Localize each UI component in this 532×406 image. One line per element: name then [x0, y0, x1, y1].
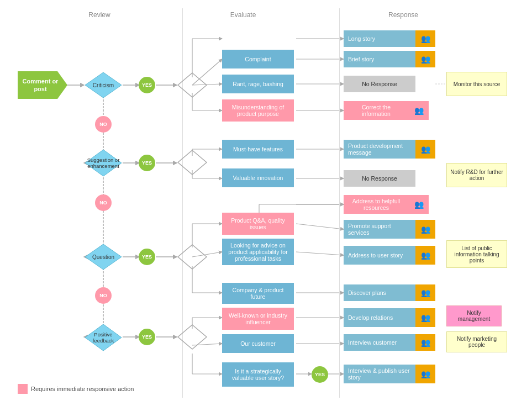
product-dev-box: Product development message [344, 140, 415, 159]
product-dev-icons: 👥 [415, 140, 435, 159]
legend-text: Requires immediate responsive action [31, 386, 134, 392]
col-evaluate: Evaluate [215, 11, 271, 19]
develop-relations-box: Develop relations [344, 308, 415, 327]
valuable-box: Valuable innovation [222, 168, 294, 187]
promote-support-icons: 👥 [415, 220, 435, 239]
no-response2-box: No Response [344, 170, 415, 187]
company-future-box: Company & product future [222, 283, 294, 304]
interview-publish-icons: 👥 [415, 365, 435, 383]
svg-line-42 [296, 224, 344, 229]
suggestion-eval-diamond [177, 149, 208, 176]
question-diamond: Question [84, 243, 123, 271]
must-have-box: Must-have features [222, 140, 294, 159]
strategically-box: Is it a strategically valuable user stor… [222, 362, 294, 387]
svg-marker-54 [178, 150, 207, 175]
correct-info-icons: 👥 [409, 101, 429, 120]
well-known-box: Well-known or industry influencer [222, 308, 294, 330]
misunderstanding-box: Misunderstanding of product purpose [222, 99, 294, 122]
long-story-icons: 👥 [415, 30, 435, 47]
correct-info-box: Correct the information [344, 101, 409, 120]
svg-marker-56 [178, 245, 207, 269]
long-story-box: Long story [344, 30, 415, 47]
rant-box: Rant, rage, bashing [222, 75, 294, 93]
our-customer-box: Our customer [222, 334, 294, 353]
notify-marketing-note: Notify marketing people [446, 331, 507, 352]
brief-story-box: Brief story [344, 51, 415, 67]
complaint-box: Complaint [222, 50, 294, 68]
question-no: NO [95, 287, 112, 304]
discover-plans-icons: 👥 [415, 284, 435, 301]
discover-plans-box: Discover plans [344, 284, 415, 301]
no-response1-box: No Response [344, 76, 415, 92]
promote-support-box: Promote support services [344, 220, 415, 239]
positive-diamond: Positive feedback [84, 323, 123, 352]
svg-marker-52 [178, 73, 207, 97]
strategically-yes: YES [312, 366, 328, 383]
address-user-icons: 👥 [415, 246, 435, 265]
svg-line-43 [296, 252, 344, 255]
criticism-diamond: Criticism [84, 71, 123, 99]
col-review: Review [72, 11, 127, 19]
criticism-yes: YES [139, 77, 155, 93]
question-eval-diamond [177, 244, 208, 270]
question-yes: YES [139, 249, 155, 265]
product-qa-box: Product Q&A, quality issues [222, 213, 294, 235]
develop-relations-icons: 👥 [415, 308, 435, 327]
start-node: Comment or post [18, 71, 67, 99]
address-helpful-box: Address to helpfull resources [344, 195, 409, 214]
positive-eval-diamond [177, 324, 208, 350]
suggestion-diamond: Suggestion or enhancement [84, 149, 123, 177]
address-helpful-icons: 👥 [409, 195, 429, 214]
notify-mgmt-note: Notify management [446, 305, 502, 326]
criticism-eval-diamond [177, 72, 208, 98]
legend-color-box [18, 384, 28, 394]
list-public-note: List of public information talking point… [446, 240, 507, 268]
col-response: Response [376, 11, 431, 19]
suggestion-yes: YES [139, 155, 155, 171]
svg-marker-58 [178, 325, 207, 349]
brief-story-icons: 👥 [415, 51, 435, 67]
suggestion-no: NO [95, 194, 112, 211]
interview-customer-icons: 👥 [415, 334, 435, 351]
looking-advice-box: Looking for advice on product applicabil… [222, 239, 294, 265]
address-user-box: Address to user story [344, 246, 415, 265]
interview-customer-box: Interview customer [344, 334, 415, 351]
monitor-note: Monitor this source [446, 72, 507, 96]
positive-yes: YES [139, 329, 155, 345]
interview-publish-box: Interview & publish user story [344, 365, 415, 383]
notify-rd-note: Notify R&D for further action [446, 163, 507, 187]
criticism-no: NO [95, 116, 112, 133]
legend: Requires immediate responsive action [18, 384, 134, 394]
